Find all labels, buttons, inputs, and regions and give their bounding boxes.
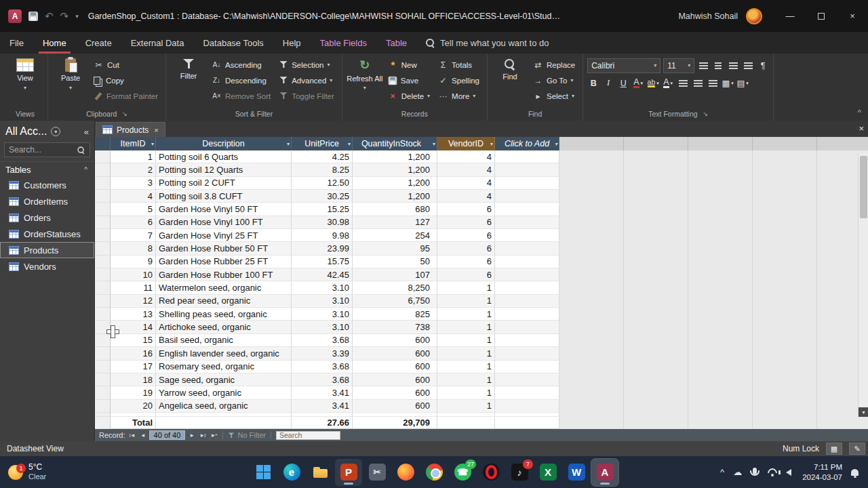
text-formatting-dialog-launcher-icon[interactable]: ↘	[703, 110, 709, 117]
user-name[interactable]: Mahwish Sohail	[678, 12, 738, 21]
cell-description[interactable]: Garden Hose Rubber 50 FT	[156, 242, 292, 255]
cell-quantityinstock[interactable]: 1,200	[353, 163, 437, 176]
cut-button[interactable]: ✂ Cut	[90, 57, 161, 73]
cell-vendorid[interactable]: 4	[437, 163, 495, 176]
cell-itemid[interactable]: 10	[111, 268, 156, 281]
toggle-filter-button[interactable]: Toggle Filter	[275, 88, 338, 104]
cell-quantityinstock[interactable]: 600	[353, 400, 437, 413]
find-button[interactable]: Find	[492, 55, 528, 81]
bold-button[interactable]: B	[587, 77, 599, 90]
cell-click-to-add[interactable]	[495, 203, 559, 216]
sidebar-item-orderstatuses[interactable]: OrderStatuses	[0, 226, 94, 242]
font-size-combo[interactable]: 11 ▾	[663, 58, 694, 73]
cell-itemid[interactable]: 1	[111, 150, 156, 163]
format-painter-button[interactable]: Format Painter	[90, 88, 161, 104]
background-color-button[interactable]: A ▾	[662, 77, 674, 90]
select-all-corner[interactable]	[95, 137, 111, 150]
cell-description[interactable]: Sage seed, organic	[156, 373, 292, 386]
record-selector[interactable]	[95, 281, 111, 294]
record-selector[interactable]	[95, 203, 111, 216]
cell-unitprice[interactable]: 12.50	[292, 177, 353, 190]
cell-description[interactable]: Garden Hose Rubber 100 FT	[156, 268, 292, 281]
record-selector[interactable]	[95, 229, 111, 242]
cell-description[interactable]: Garden Hose Vinyl 100 FT	[156, 216, 292, 229]
tell-me-box[interactable]: Tell me what you want to do	[416, 32, 558, 54]
advanced-button[interactable]: Advanced ▾	[275, 73, 338, 88]
cell-quantityinstock[interactable]: 1,200	[353, 177, 437, 190]
cell-itemid[interactable]: 5	[111, 203, 156, 216]
record-selector[interactable]	[95, 256, 111, 268]
cell-itemid[interactable]: 3	[111, 177, 156, 190]
cell-click-to-add[interactable]	[495, 400, 559, 413]
taskbar-app-firefox[interactable]	[392, 459, 419, 486]
datasheet-view-shortcut[interactable]: ▦	[826, 443, 842, 455]
record-selector[interactable]	[95, 163, 111, 176]
cell-itemid[interactable]: 9	[111, 256, 156, 268]
cell-description[interactable]: Garden Hose Rubber 25 FT	[156, 256, 292, 268]
cell-vendorid[interactable]: 1	[437, 321, 495, 333]
column-dropdown-icon[interactable]: ▾	[151, 141, 154, 147]
cell-itemid[interactable]: 18	[111, 373, 156, 386]
select-button[interactable]: ▸ Select ▾	[530, 88, 578, 104]
record-selector[interactable]	[95, 373, 111, 386]
cell-description[interactable]: Potting soil 2 CUFT	[156, 177, 292, 190]
record-selector[interactable]	[95, 386, 111, 399]
cell-click-to-add[interactable]	[495, 386, 559, 399]
nav-pane-title[interactable]: All Acc...	[5, 125, 47, 138]
cell-quantityinstock[interactable]: 600	[353, 347, 437, 360]
cell-unitprice[interactable]: 3.10	[292, 308, 353, 321]
cell-click-to-add[interactable]	[495, 373, 559, 386]
view-button[interactable]: View ▾	[7, 55, 43, 91]
column-dropdown-icon[interactable]: ▾	[490, 141, 493, 147]
cell-quantityinstock[interactable]: 95	[353, 242, 437, 255]
cell-unitprice[interactable]: 30.98	[292, 216, 353, 229]
cell-vendorid[interactable]: 1	[437, 295, 495, 308]
cell-description[interactable]: Artichoke seed, organic	[156, 321, 292, 333]
record-search-input[interactable]: Search	[276, 431, 340, 440]
record-selector[interactable]	[95, 361, 111, 373]
cell-description[interactable]: Potting soil 3.8 CUFT	[156, 190, 292, 203]
cell-quantityinstock[interactable]: 738	[353, 321, 437, 333]
record-selector[interactable]	[95, 400, 111, 413]
ribbon-tab-help[interactable]: Help	[273, 32, 311, 54]
more-button[interactable]: ··· More ▾	[435, 88, 483, 104]
cell-vendorid[interactable]: 1	[437, 361, 495, 373]
last-record-button[interactable]: ►I	[198, 432, 206, 439]
onedrive-cloud-icon[interactable]: ☁	[733, 467, 742, 477]
cell-unitprice[interactable]: 3.68	[292, 373, 353, 386]
cell-itemid[interactable]: 6	[111, 216, 156, 229]
record-selector[interactable]	[95, 308, 111, 321]
sidebar-item-customers[interactable]: Customers	[0, 177, 94, 193]
cell-description[interactable]: Rosemary seed, organic	[156, 361, 292, 373]
align-center-button[interactable]	[692, 77, 704, 90]
redo-icon[interactable]: ↷	[60, 10, 69, 22]
cell-description[interactable]: Watermelon seed, organic	[156, 281, 292, 294]
cell-itemid[interactable]: 12	[111, 295, 156, 308]
close-button[interactable]: ×	[837, 0, 868, 32]
cell-unitprice[interactable]: 3.41	[292, 400, 353, 413]
taskbar-app-excel[interactable]: X	[534, 459, 561, 486]
cell-unitprice[interactable]: 30.25	[292, 190, 353, 203]
column-header-description[interactable]: Description▾	[156, 137, 292, 150]
cell-description[interactable]: Basil seed, organic	[156, 334, 292, 347]
tab-close-icon[interactable]: ×	[154, 126, 158, 134]
weather-widget[interactable]: 1 5°C Clear	[0, 462, 54, 482]
cell-click-to-add[interactable]	[495, 256, 559, 268]
selection-button[interactable]: Selection ▾	[275, 57, 338, 73]
paragraph-direction-button[interactable]: ¶	[757, 59, 769, 73]
cell-click-to-add[interactable]	[495, 242, 559, 255]
ascending-button[interactable]: A↓ Ascending	[208, 57, 274, 73]
alternate-row-color-button[interactable]: ▤ ▾	[736, 77, 749, 90]
new-record-button[interactable]: ►*	[209, 432, 218, 439]
microphone-icon[interactable]	[753, 468, 757, 474]
qat-customize-icon[interactable]: ▾	[75, 13, 79, 20]
cell-vendorid[interactable]: 1	[437, 308, 495, 321]
record-selector[interactable]	[95, 321, 111, 333]
bullets-button[interactable]	[697, 59, 709, 73]
decrease-indent-button[interactable]	[727, 59, 739, 73]
remove-sort-button[interactable]: A× Remove Sort	[208, 88, 274, 104]
taskbar-app-tiktok[interactable]: ♪7	[506, 459, 533, 486]
filter-button[interactable]: Filter	[170, 55, 207, 81]
record-selector[interactable]	[95, 347, 111, 360]
cell-vendorid[interactable]: 1	[437, 347, 495, 360]
